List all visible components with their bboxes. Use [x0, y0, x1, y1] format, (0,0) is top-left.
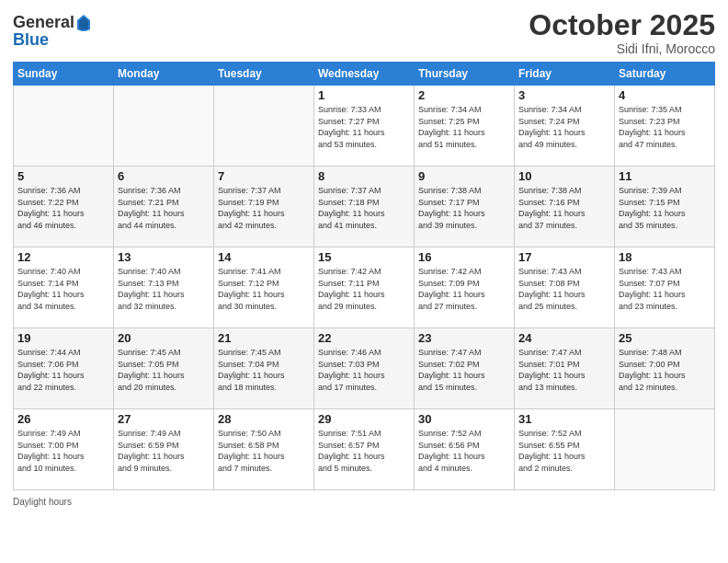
day-info: Sunrise: 7:48 AM Sunset: 7:00 PM Dayligh… — [619, 347, 711, 393]
day-info: Sunrise: 7:35 AM Sunset: 7:23 PM Dayligh… — [619, 104, 711, 150]
day-info: Sunrise: 7:37 AM Sunset: 7:18 PM Dayligh… — [318, 185, 410, 231]
day-info: Sunrise: 7:40 AM Sunset: 7:14 PM Dayligh… — [17, 266, 109, 312]
day-number: 1 — [318, 88, 410, 102]
day-info: Sunrise: 7:49 AM Sunset: 6:59 PM Dayligh… — [118, 428, 210, 474]
month-title: October 2025 — [529, 9, 715, 41]
weekday-wednesday: Wednesday — [314, 63, 415, 86]
week-row-4: 19Sunrise: 7:44 AM Sunset: 7:06 PM Dayli… — [14, 328, 715, 409]
day-number: 8 — [318, 169, 410, 183]
day-info: Sunrise: 7:50 AM Sunset: 6:58 PM Dayligh… — [218, 428, 310, 474]
calendar-cell: 18Sunrise: 7:43 AM Sunset: 7:07 PM Dayli… — [615, 247, 715, 328]
day-number: 12 — [17, 250, 109, 264]
day-info: Sunrise: 7:46 AM Sunset: 7:03 PM Dayligh… — [318, 347, 410, 393]
day-number: 19 — [17, 331, 109, 345]
day-number: 17 — [518, 250, 610, 264]
day-info: Sunrise: 7:39 AM Sunset: 7:15 PM Dayligh… — [619, 185, 711, 231]
calendar-cell: 21Sunrise: 7:45 AM Sunset: 7:04 PM Dayli… — [214, 328, 314, 409]
calendar-cell: 11Sunrise: 7:39 AM Sunset: 7:15 PM Dayli… — [615, 167, 715, 247]
title-block: October 2025 Sidi Ifni, Morocco — [529, 9, 715, 56]
calendar-table: SundayMondayTuesdayWednesdayThursdayFrid… — [13, 62, 715, 490]
day-info: Sunrise: 7:36 AM Sunset: 7:22 PM Dayligh… — [17, 185, 109, 231]
calendar-cell: 25Sunrise: 7:48 AM Sunset: 7:00 PM Dayli… — [615, 328, 715, 409]
page-header: General Blue October 2025 Sidi Ifni, Mor… — [13, 9, 715, 56]
day-number: 5 — [17, 169, 109, 183]
calendar-cell: 2Sunrise: 7:34 AM Sunset: 7:25 PM Daylig… — [415, 86, 515, 167]
calendar-cell: 27Sunrise: 7:49 AM Sunset: 6:59 PM Dayli… — [114, 409, 214, 490]
day-number: 13 — [118, 250, 210, 264]
calendar-cell: 13Sunrise: 7:40 AM Sunset: 7:13 PM Dayli… — [114, 247, 214, 328]
day-number: 23 — [418, 331, 510, 345]
calendar-cell: 19Sunrise: 7:44 AM Sunset: 7:06 PM Dayli… — [14, 328, 114, 409]
calendar-cell: 31Sunrise: 7:52 AM Sunset: 6:55 PM Dayli… — [515, 409, 615, 490]
calendar-cell: 3Sunrise: 7:34 AM Sunset: 7:24 PM Daylig… — [515, 86, 615, 167]
calendar-cell: 8Sunrise: 7:37 AM Sunset: 7:18 PM Daylig… — [314, 167, 415, 247]
day-number: 21 — [218, 331, 310, 345]
daylight-note: Daylight hours — [13, 497, 72, 507]
calendar-cell: 26Sunrise: 7:49 AM Sunset: 7:00 PM Dayli… — [14, 409, 114, 490]
day-number: 6 — [118, 169, 210, 183]
day-number: 7 — [218, 169, 310, 183]
weekday-thursday: Thursday — [415, 63, 515, 86]
day-info: Sunrise: 7:43 AM Sunset: 7:07 PM Dayligh… — [619, 266, 711, 312]
day-info: Sunrise: 7:45 AM Sunset: 7:04 PM Dayligh… — [218, 347, 310, 393]
day-number: 14 — [218, 250, 310, 264]
day-info: Sunrise: 7:42 AM Sunset: 7:09 PM Dayligh… — [418, 266, 510, 312]
day-number: 26 — [17, 412, 109, 426]
day-info: Sunrise: 7:49 AM Sunset: 7:00 PM Dayligh… — [17, 428, 109, 474]
logo-icon — [75, 13, 92, 33]
day-info: Sunrise: 7:41 AM Sunset: 7:12 PM Dayligh… — [218, 266, 310, 312]
calendar-cell: 12Sunrise: 7:40 AM Sunset: 7:14 PM Dayli… — [14, 247, 114, 328]
calendar-cell: 4Sunrise: 7:35 AM Sunset: 7:23 PM Daylig… — [615, 86, 715, 167]
calendar-cell — [114, 86, 214, 167]
footer: Daylight hours — [13, 493, 715, 507]
day-number: 24 — [518, 331, 610, 345]
day-info: Sunrise: 7:38 AM Sunset: 7:17 PM Dayligh… — [418, 185, 510, 231]
calendar-cell: 28Sunrise: 7:50 AM Sunset: 6:58 PM Dayli… — [214, 409, 314, 490]
day-number: 11 — [619, 169, 711, 183]
calendar-cell: 10Sunrise: 7:38 AM Sunset: 7:16 PM Dayli… — [515, 167, 615, 247]
week-row-5: 26Sunrise: 7:49 AM Sunset: 7:00 PM Dayli… — [14, 409, 715, 490]
day-info: Sunrise: 7:52 AM Sunset: 6:55 PM Dayligh… — [518, 428, 610, 474]
calendar-cell: 5Sunrise: 7:36 AM Sunset: 7:22 PM Daylig… — [14, 167, 114, 247]
day-info: Sunrise: 7:52 AM Sunset: 6:56 PM Dayligh… — [418, 428, 510, 474]
calendar-cell — [14, 86, 114, 167]
weekday-header-row: SundayMondayTuesdayWednesdayThursdayFrid… — [14, 63, 715, 86]
logo: General Blue — [13, 13, 92, 50]
calendar-cell: 15Sunrise: 7:42 AM Sunset: 7:11 PM Dayli… — [314, 247, 415, 328]
day-info: Sunrise: 7:40 AM Sunset: 7:13 PM Dayligh… — [118, 266, 210, 312]
day-info: Sunrise: 7:45 AM Sunset: 7:05 PM Dayligh… — [118, 347, 210, 393]
day-info: Sunrise: 7:42 AM Sunset: 7:11 PM Dayligh… — [318, 266, 410, 312]
day-info: Sunrise: 7:34 AM Sunset: 7:25 PM Dayligh… — [418, 104, 510, 150]
day-info: Sunrise: 7:37 AM Sunset: 7:19 PM Dayligh… — [218, 185, 310, 231]
week-row-1: 1Sunrise: 7:33 AM Sunset: 7:27 PM Daylig… — [14, 86, 715, 167]
day-info: Sunrise: 7:51 AM Sunset: 6:57 PM Dayligh… — [318, 428, 410, 474]
weekday-saturday: Saturday — [615, 63, 715, 86]
calendar-cell — [214, 86, 314, 167]
logo-general-text: General — [13, 14, 74, 32]
calendar-cell: 14Sunrise: 7:41 AM Sunset: 7:12 PM Dayli… — [214, 247, 314, 328]
weekday-tuesday: Tuesday — [214, 63, 314, 86]
calendar-cell: 29Sunrise: 7:51 AM Sunset: 6:57 PM Dayli… — [314, 409, 415, 490]
logo-blue-text: Blue — [13, 31, 92, 50]
calendar-cell: 6Sunrise: 7:36 AM Sunset: 7:21 PM Daylig… — [114, 167, 214, 247]
day-number: 10 — [518, 169, 610, 183]
day-number: 20 — [118, 331, 210, 345]
day-info: Sunrise: 7:36 AM Sunset: 7:21 PM Dayligh… — [118, 185, 210, 231]
day-number: 27 — [118, 412, 210, 426]
calendar-cell: 16Sunrise: 7:42 AM Sunset: 7:09 PM Dayli… — [415, 247, 515, 328]
location-text: Sidi Ifni, Morocco — [529, 41, 715, 56]
calendar-cell: 23Sunrise: 7:47 AM Sunset: 7:02 PM Dayli… — [415, 328, 515, 409]
day-number: 16 — [418, 250, 510, 264]
day-number: 9 — [418, 169, 510, 183]
calendar-cell: 7Sunrise: 7:37 AM Sunset: 7:19 PM Daylig… — [214, 167, 314, 247]
day-number: 30 — [418, 412, 510, 426]
day-number: 2 — [418, 88, 510, 102]
day-info: Sunrise: 7:43 AM Sunset: 7:08 PM Dayligh… — [518, 266, 610, 312]
weekday-sunday: Sunday — [14, 63, 114, 86]
day-number: 18 — [619, 250, 711, 264]
day-info: Sunrise: 7:47 AM Sunset: 7:01 PM Dayligh… — [518, 347, 610, 393]
day-number: 3 — [518, 88, 610, 102]
week-row-3: 12Sunrise: 7:40 AM Sunset: 7:14 PM Dayli… — [14, 247, 715, 328]
calendar-cell: 20Sunrise: 7:45 AM Sunset: 7:05 PM Dayli… — [114, 328, 214, 409]
week-row-2: 5Sunrise: 7:36 AM Sunset: 7:22 PM Daylig… — [14, 167, 715, 247]
